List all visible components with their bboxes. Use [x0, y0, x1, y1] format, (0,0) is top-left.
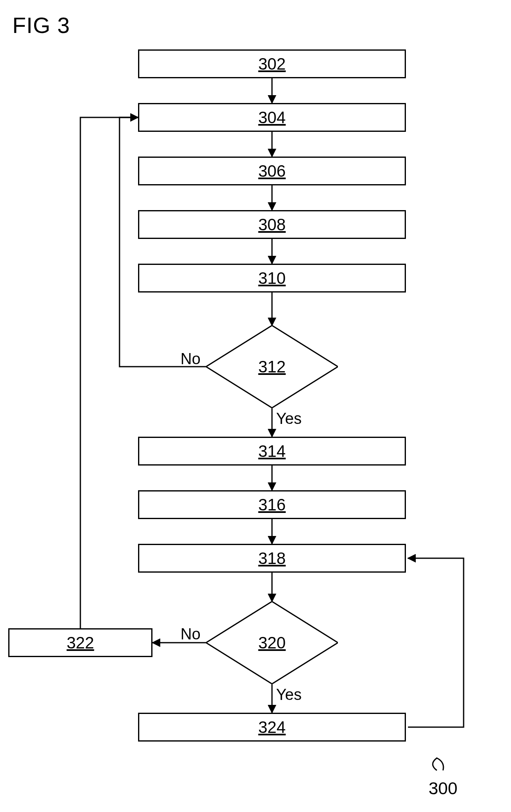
step-304: 304	[138, 103, 406, 132]
step-316: 316	[138, 490, 406, 519]
step-314: 314	[138, 437, 406, 466]
step-302: 302	[138, 49, 406, 78]
figure-label: FIG 3	[12, 12, 70, 38]
decision-312: 312	[206, 325, 338, 408]
flowchart-figure: FIG 3	[0, 0, 511, 812]
label-320-yes: Yes	[276, 686, 302, 704]
label-312-yes: Yes	[276, 410, 302, 428]
step-324: 324	[138, 713, 406, 742]
step-322: 322	[8, 628, 152, 657]
decision-320: 320	[206, 601, 338, 684]
step-308: 308	[138, 210, 406, 239]
label-320-no: No	[180, 625, 201, 643]
figure-reference-number: 300	[429, 779, 457, 798]
label-312-no: No	[180, 350, 201, 368]
step-318: 318	[138, 544, 406, 573]
step-310: 310	[138, 264, 406, 293]
step-306: 306	[138, 157, 406, 185]
